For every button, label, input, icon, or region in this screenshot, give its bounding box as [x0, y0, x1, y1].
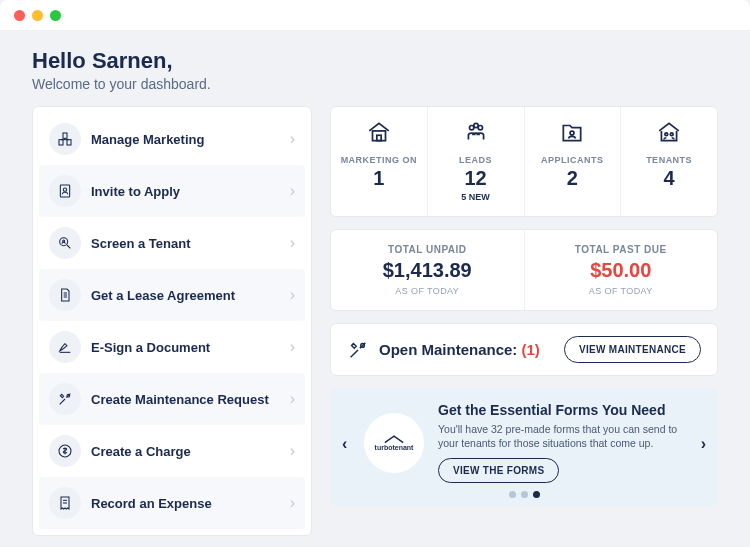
promo-next-button[interactable]: ›	[697, 432, 710, 458]
promo-dot-3[interactable]	[533, 491, 540, 498]
wrench-icon	[347, 339, 369, 361]
money-unpaid[interactable]: TOTAL UNPAID $1,413.89 AS OF TODAY	[331, 230, 525, 310]
tools-icon	[49, 383, 81, 415]
dollar-icon	[49, 435, 81, 467]
greeting-welcome: Welcome to your dashboard.	[32, 76, 718, 92]
promo-logo: turbotenant	[364, 413, 424, 473]
screen-icon	[49, 227, 81, 259]
nav-get-lease[interactable]: Get a Lease Agreement ›	[39, 269, 305, 321]
sign-icon	[49, 331, 81, 363]
folder-person-icon	[559, 119, 585, 145]
money-value: $1,413.89	[335, 259, 520, 282]
document-icon	[49, 279, 81, 311]
stat-value: 2	[529, 167, 617, 190]
stat-value: 4	[625, 167, 713, 190]
promo-card: ‹ › turbotenant Get the Essential Forms …	[330, 388, 718, 506]
nav-label: Screen a Tenant	[91, 236, 290, 251]
money-label: TOTAL PAST DUE	[529, 244, 714, 255]
chevron-right-icon: ›	[290, 286, 295, 304]
close-window-icon[interactable]	[14, 10, 25, 21]
nav-label: Create a Charge	[91, 444, 290, 459]
svg-rect-19	[377, 135, 381, 140]
promo-prev-button[interactable]: ‹	[338, 432, 351, 458]
greeting-hello: Hello Sarnen,	[32, 48, 718, 74]
money-label: TOTAL UNPAID	[335, 244, 520, 255]
marketing-icon	[49, 123, 81, 155]
nav-label: Record an Expense	[91, 496, 290, 511]
money-sub: AS OF TODAY	[335, 286, 520, 296]
house-icon	[366, 119, 392, 145]
promo-logo-text: turbotenant	[375, 444, 414, 451]
svg-point-22	[473, 123, 477, 127]
money-pastdue[interactable]: TOTAL PAST DUE $50.00 AS OF TODAY	[525, 230, 718, 310]
stat-tenants[interactable]: TENANTS 4	[621, 107, 717, 216]
promo-title: Get the Essential Forms You Need	[438, 402, 684, 418]
view-maintenance-button[interactable]: VIEW MAINTENANCE	[564, 336, 701, 363]
svg-point-24	[665, 133, 668, 136]
stat-value: 12	[432, 167, 520, 190]
house-people-icon	[656, 119, 682, 145]
nav-invite-to-apply[interactable]: Invite to Apply ›	[39, 165, 305, 217]
maint-label: Open Maintenance:	[379, 341, 522, 358]
stat-label: TENANTS	[625, 155, 713, 165]
chevron-right-icon: ›	[290, 442, 295, 460]
svg-point-6	[63, 188, 66, 191]
nav-create-maintenance[interactable]: Create Maintenance Request ›	[39, 373, 305, 425]
svg-point-23	[570, 131, 574, 135]
receipt-icon	[49, 487, 81, 519]
svg-point-9	[63, 240, 65, 242]
stats-row: MARKETING ON 1 LEADS 12 5 NEW APPLICANTS…	[330, 106, 718, 217]
stat-marketing[interactable]: MARKETING ON 1	[331, 107, 428, 216]
nav-screen-tenant[interactable]: Screen a Tenant ›	[39, 217, 305, 269]
stat-value: 1	[335, 167, 423, 190]
invite-icon	[49, 175, 81, 207]
money-row: TOTAL UNPAID $1,413.89 AS OF TODAY TOTAL…	[330, 229, 718, 311]
chevron-right-icon: ›	[290, 130, 295, 148]
view-forms-button[interactable]: VIEW THE FORMS	[438, 458, 559, 483]
chevron-right-icon: ›	[290, 494, 295, 512]
maximize-window-icon[interactable]	[50, 10, 61, 21]
stat-label: MARKETING ON	[335, 155, 423, 165]
stat-label: APPLICANTS	[529, 155, 617, 165]
greeting: Hello Sarnen, Welcome to your dashboard.	[32, 48, 718, 92]
svg-rect-0	[59, 140, 63, 145]
maintenance-text: Open Maintenance: (1)	[379, 341, 564, 358]
stat-leads[interactable]: LEADS 12 5 NEW	[428, 107, 525, 216]
stat-sub: 5 NEW	[432, 192, 520, 202]
svg-point-25	[670, 133, 673, 136]
nav-create-charge[interactable]: Create a Charge ›	[39, 425, 305, 477]
svg-line-8	[67, 245, 70, 248]
nav-esign[interactable]: E-Sign a Document ›	[39, 321, 305, 373]
nav-label: Create Maintenance Request	[91, 392, 290, 407]
chevron-right-icon: ›	[290, 234, 295, 252]
promo-dot-2[interactable]	[521, 491, 528, 498]
nav-label: Get a Lease Agreement	[91, 288, 290, 303]
promo-desc: You'll have 32 pre-made forms that you c…	[438, 422, 684, 450]
nav-label: Manage Marketing	[91, 132, 290, 147]
money-sub: AS OF TODAY	[529, 286, 714, 296]
chevron-right-icon: ›	[290, 390, 295, 408]
quick-actions-sidebar: Manage Marketing › Invite to Apply › Scr…	[32, 106, 312, 536]
maintenance-bar: Open Maintenance: (1) VIEW MAINTENANCE	[330, 323, 718, 376]
promo-dot-1[interactable]	[509, 491, 516, 498]
people-icon	[463, 119, 489, 145]
chevron-right-icon: ›	[290, 182, 295, 200]
nav-label: Invite to Apply	[91, 184, 290, 199]
svg-rect-2	[63, 133, 67, 138]
stat-label: LEADS	[432, 155, 520, 165]
minimize-window-icon[interactable]	[32, 10, 43, 21]
money-value: $50.00	[529, 259, 714, 282]
title-bar	[0, 0, 750, 30]
nav-label: E-Sign a Document	[91, 340, 290, 355]
promo-pagination	[364, 491, 684, 498]
maint-count: (1)	[522, 341, 540, 358]
stat-applicants[interactable]: APPLICANTS 2	[525, 107, 622, 216]
nav-record-expense[interactable]: Record an Expense ›	[39, 477, 305, 529]
svg-rect-1	[67, 140, 71, 145]
chevron-right-icon: ›	[290, 338, 295, 356]
nav-manage-marketing[interactable]: Manage Marketing ›	[39, 113, 305, 165]
